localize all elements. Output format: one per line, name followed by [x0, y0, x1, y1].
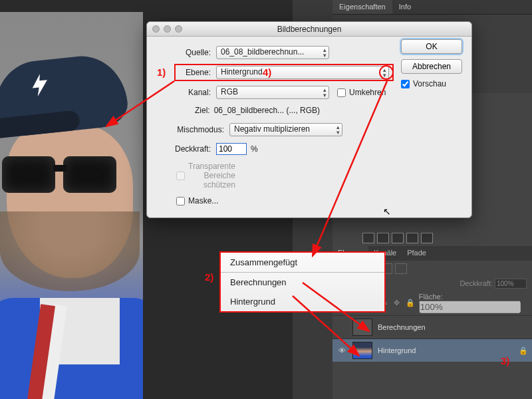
layer-opacity-input[interactable] [495, 279, 527, 289]
annotation-box-1 [174, 64, 394, 81]
layer-name: Berechnungen [378, 323, 426, 331]
target-label: Ziel: [195, 106, 210, 115]
properties-tabbar: Eigenschaften Info [332, 0, 532, 15]
channel-select[interactable]: RGB ▴▾ [216, 86, 329, 99]
chevron-updown-icon: ▴▾ [323, 47, 327, 58]
preview-label: Vorschau [413, 79, 446, 88]
dialog-titlebar[interactable]: Bildberechnungen [147, 22, 471, 37]
lock-all-icon[interactable]: 🔒 [406, 299, 415, 308]
cancel-button[interactable]: Abbrechen [401, 59, 462, 74]
adj-icon[interactable] [406, 233, 418, 243]
minimize-icon[interactable] [164, 25, 171, 33]
dialog-title: Bildberechnungen [277, 25, 342, 34]
adj-icon[interactable] [421, 233, 433, 243]
filter-icon[interactable] [395, 263, 407, 274]
ok-button[interactable]: OK [401, 39, 462, 54]
layer-fill-input[interactable] [419, 301, 521, 313]
adj-icon[interactable] [392, 233, 404, 243]
apply-image-dialog: Bildberechnungen OK Abbrechen Vorschau Q… [146, 21, 472, 218]
chevron-updown-icon: ▴▾ [323, 87, 327, 98]
tab-properties[interactable]: Eigenschaften [332, 0, 392, 14]
lock-move-icon[interactable]: ✥ [394, 299, 402, 308]
annotation-1: 1) [157, 66, 166, 78]
dropdown-item-bg[interactable]: Hintergrund [221, 292, 384, 311]
transparent-checkbox [176, 172, 185, 180]
target-value: 06_08_bildberech... (..., RGB) [214, 106, 320, 115]
zoom-icon[interactable] [175, 25, 182, 33]
adjustment-icons [362, 233, 433, 243]
layer-thumbnail[interactable] [352, 342, 372, 359]
source-select[interactable]: 06_08_bildberechnun... ▴▾ [216, 46, 329, 59]
tab-info[interactable]: Info [392, 0, 418, 14]
opacity-unit: % [251, 144, 258, 154]
cursor-icon: ↖ [383, 206, 391, 217]
annotation-circle-4 [379, 65, 394, 80]
adj-icon[interactable] [362, 233, 374, 243]
fill-label: Fläche: [419, 293, 443, 301]
layer-name: Hintergrund [378, 346, 416, 354]
invert-checkbox[interactable] [337, 88, 346, 97]
annotation-4: 4) [263, 66, 271, 78]
preview-checkbox[interactable] [401, 80, 410, 88]
invert-label: Umkehren [349, 88, 386, 97]
bolt-icon [25, 67, 55, 103]
source-label: Quelle: [158, 48, 211, 57]
visibility-icon[interactable]: 👁 [336, 346, 347, 354]
opacity-input[interactable] [216, 143, 247, 155]
layer-thumbnail[interactable] [352, 319, 372, 336]
transparent-label: Transparente Bereiche schützen [188, 162, 235, 190]
adj-icon[interactable] [377, 233, 389, 243]
close-icon[interactable] [152, 25, 160, 33]
annotation-2: 2) [205, 271, 213, 283]
lock-icon: 🔒 [519, 346, 528, 355]
mask-label: Maske... [188, 196, 218, 205]
annotation-3: 3) [501, 355, 509, 366]
mask-checkbox[interactable] [176, 197, 185, 205]
opacity-label: Deckkraft: [460, 279, 493, 287]
photo [0, 12, 143, 399]
channel-label: Kanal: [158, 88, 211, 97]
layer-dropdown-popup: Zusammengefügt Berechnungen Hintergrund [219, 251, 386, 313]
opacity-label: Deckkraft: [158, 144, 211, 154]
tab-paths[interactable]: Pfade [402, 246, 432, 261]
blend-label: Mischmodus: [158, 125, 224, 134]
dropdown-item-calc[interactable]: Berechnungen [221, 273, 384, 292]
chevron-updown-icon: ▴▾ [336, 124, 340, 135]
dropdown-item-merged[interactable]: Zusammengefügt [221, 253, 384, 272]
layer-row[interactable]: Berechnungen [332, 315, 532, 338]
blend-select[interactable]: Negativ multiplizieren ▴▾ [229, 123, 342, 136]
